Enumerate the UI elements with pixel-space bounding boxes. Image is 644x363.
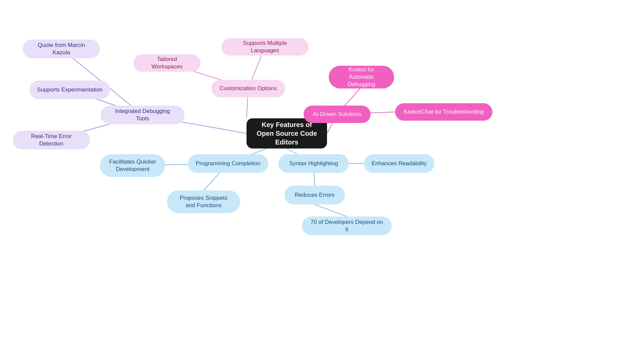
- svg-line-16: [315, 204, 347, 217]
- proposes-snippets-node: Proposes Snippets and Functions: [167, 190, 240, 213]
- integrated-debugging-node: Integrated Debugging Tools: [101, 106, 184, 124]
- developers-depend-node: 70 of Developers Depend on It: [302, 217, 392, 235]
- kodezi-automatic-node: Kodezi for Automatic Debugging: [329, 66, 394, 88]
- programming-completion-node: Programming Completion: [188, 154, 268, 173]
- syntax-highlighting-node: Syntax Highlighting: [278, 154, 349, 173]
- supports-multiple-languages-node: Supports Multiple Languages: [221, 38, 309, 56]
- tailored-workspaces-node: Tailored Workspaces: [133, 54, 201, 72]
- ai-driven-solutions-node: AI-Driven Solutions: [304, 106, 371, 123]
- quote-marcin-node: Quote from Marcin Kazula: [23, 40, 100, 58]
- enhances-readability-node: Enhances Readability: [364, 154, 434, 173]
- customization-options-node: Customization Options: [211, 80, 285, 97]
- kodezi-chat-node: KodeziChat for Troubleshooting: [395, 103, 492, 121]
- supports-experimentation-node: Supports Experimentation: [30, 80, 110, 99]
- facilitates-quicker-node: Facilitates Quicker Development: [100, 154, 165, 177]
- reduces-errors-node: Reduces Errors: [284, 186, 345, 204]
- mind-map: Key Features of Open Source Code Editors…: [0, 0, 644, 363]
- realtime-error-node: Real-Time Error Detection: [13, 131, 90, 149]
